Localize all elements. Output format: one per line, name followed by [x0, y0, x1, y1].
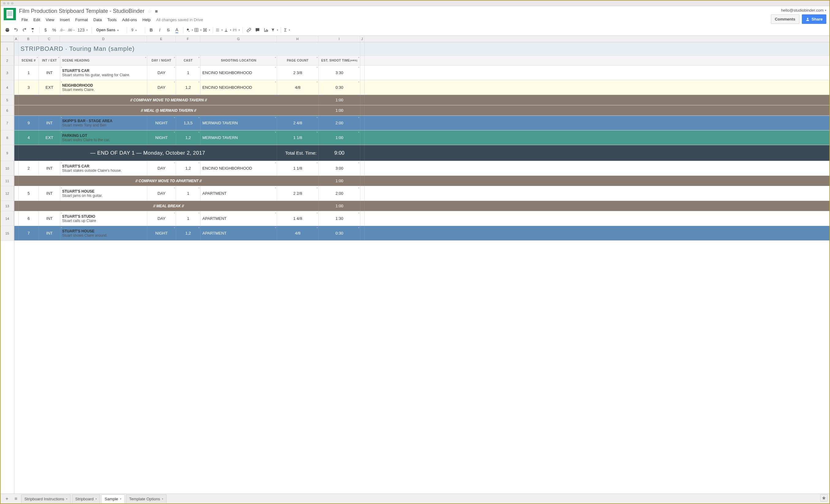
cell[interactable]: [14, 161, 19, 176]
banner-text[interactable]: // COMPANY MOVE TO APARTMENT //: [19, 176, 319, 186]
cell[interactable]: [14, 116, 19, 130]
cell[interactable]: EXT: [39, 80, 60, 95]
col-header-I[interactable]: I: [318, 36, 360, 42]
cell[interactable]: ▾MERMAID TAVERN: [200, 130, 277, 145]
cell[interactable]: 2: [19, 161, 39, 176]
menu-edit[interactable]: Edit: [31, 16, 42, 23]
cell[interactable]: 1:00: [319, 95, 360, 105]
cell[interactable]: ▾4/8: [277, 226, 319, 240]
sheets-logo[interactable]: [4, 8, 16, 20]
cell[interactable]: ▾2 3/8: [277, 65, 319, 80]
cell[interactable]: ▾STUART'S CARStuart stakes outside Clair…: [60, 161, 147, 176]
cell[interactable]: [360, 161, 364, 176]
cell[interactable]: ▾3:30: [319, 65, 360, 80]
cell[interactable]: [14, 201, 19, 211]
italic-icon[interactable]: I: [156, 26, 163, 34]
cell[interactable]: 6: [19, 211, 39, 226]
cell[interactable]: INT: [39, 186, 60, 200]
row-header-5[interactable]: 5: [1, 95, 14, 105]
cell[interactable]: ▾SKIPP'S BAR - STAGE AREAStuart meets To…: [60, 116, 147, 130]
decimal-decrease-icon[interactable]: .0←: [59, 26, 66, 34]
cell[interactable]: [14, 42, 19, 56]
filter-icon[interactable]: [271, 26, 278, 34]
undo-icon[interactable]: [12, 26, 20, 34]
col-header-G[interactable]: G: [200, 36, 277, 42]
cell[interactable]: ▾SCENE #: [19, 56, 39, 65]
cell[interactable]: 5: [19, 186, 39, 200]
cell[interactable]: ▾DAY: [147, 161, 176, 176]
share-button[interactable]: Share: [802, 14, 826, 24]
cell[interactable]: [14, 130, 19, 145]
cell[interactable]: ▾0:30: [319, 80, 360, 95]
chart-icon[interactable]: [262, 26, 270, 34]
banner-text[interactable]: // MEAL @ MERMAID TAVERN //: [19, 105, 319, 116]
cell[interactable]: ▾INT / EXT: [39, 56, 60, 65]
stripboard-title[interactable]: STRIPBOARD · Touring Man (sample): [19, 42, 360, 56]
cell[interactable]: [360, 56, 364, 65]
cell[interactable]: [360, 116, 364, 130]
functions-icon[interactable]: Σ: [284, 26, 291, 34]
percent-icon[interactable]: %: [51, 26, 58, 34]
cell[interactable]: INT: [39, 65, 60, 80]
cell[interactable]: ▾EST. SHOOT TIME (HRS): [319, 56, 360, 65]
col-header-B[interactable]: B: [19, 36, 39, 42]
menu-help[interactable]: Help: [140, 16, 153, 23]
col-header-E[interactable]: E: [147, 36, 176, 42]
redo-icon[interactable]: [21, 26, 28, 34]
cell[interactable]: [360, 80, 364, 95]
banner-text[interactable]: // COMPANY MOVE TO MERMAID TAVERN //: [19, 95, 319, 105]
cell[interactable]: [14, 226, 19, 240]
cell[interactable]: ▾DAY: [147, 80, 176, 95]
currency-icon[interactable]: $: [42, 26, 49, 34]
cell[interactable]: 4: [19, 130, 39, 145]
cell[interactable]: [360, 186, 364, 200]
cell[interactable]: ▾2:00: [319, 116, 360, 130]
col-header-H[interactable]: H: [277, 36, 318, 42]
cell[interactable]: ▾1,2: [176, 80, 200, 95]
all-sheets-button[interactable]: ≡: [12, 494, 20, 503]
cell[interactable]: ▾1:00: [319, 130, 360, 145]
cell[interactable]: [14, 65, 19, 80]
cell[interactable]: ▾STUART'S HOUSEStuart shows Claire aroun…: [60, 226, 147, 240]
cell[interactable]: 1:00: [319, 201, 360, 211]
decimal-increase-icon[interactable]: .00→: [68, 26, 75, 34]
menu-add-ons[interactable]: Add-ons: [120, 16, 139, 23]
cell[interactable]: ▾1,2: [176, 226, 200, 240]
cell[interactable]: ▾ENCINO NEIGHBORHOOD: [200, 161, 277, 176]
row-header-1[interactable]: 1: [1, 42, 14, 56]
row-header-12[interactable]: 12: [1, 186, 14, 201]
row-header-14[interactable]: 14: [1, 211, 14, 226]
cell[interactable]: [360, 176, 364, 186]
menu-file[interactable]: File: [19, 16, 30, 23]
cell[interactable]: ▾PARKING LOTStuart walks Claire to the c…: [60, 130, 147, 145]
cell[interactable]: ▾1 4/8: [277, 211, 319, 226]
h-align-icon[interactable]: [216, 26, 223, 34]
cell[interactable]: ▾NIGHT: [147, 226, 176, 240]
cell[interactable]: ▾CAST: [176, 56, 200, 65]
cell[interactable]: ▾DAY / NIGHT: [147, 56, 176, 65]
cell[interactable]: INT: [39, 211, 60, 226]
cell[interactable]: 1:00: [319, 105, 360, 116]
cell[interactable]: 3: [19, 80, 39, 95]
cell[interactable]: INT: [39, 161, 60, 176]
cell[interactable]: ▾1 1/8: [277, 130, 319, 145]
cell[interactable]: 1: [19, 65, 39, 80]
cell[interactable]: [360, 145, 364, 161]
sheet-tab-stripboard-instructions[interactable]: Stripboard Instructions ▾: [21, 495, 71, 503]
cell[interactable]: ▾SHOOTING LOCATION: [200, 56, 277, 65]
cell[interactable]: ▾STUART'S CARStuart sturms his guitar, w…: [60, 65, 147, 80]
cell[interactable]: Total Est. Time:: [277, 145, 319, 161]
cell[interactable]: ▾STUART'S STUDIOStuart calls up Claire: [60, 211, 147, 226]
sheet-tab-sample[interactable]: Sample ▾: [101, 495, 125, 503]
cell[interactable]: [360, 105, 364, 116]
cell[interactable]: ▾APARTMENT: [200, 226, 277, 240]
merge-cells-icon[interactable]: [203, 26, 210, 34]
row-header-9[interactable]: 9: [1, 145, 14, 161]
menu-tools[interactable]: Tools: [105, 16, 119, 23]
cell[interactable]: ▾1: [176, 65, 200, 80]
cell[interactable]: ▾1,2: [176, 161, 200, 176]
cell[interactable]: 9: [19, 116, 39, 130]
row-header-8[interactable]: 8: [1, 130, 14, 145]
col-header-A[interactable]: A: [14, 36, 19, 42]
cell[interactable]: ▾3:00: [319, 161, 360, 176]
